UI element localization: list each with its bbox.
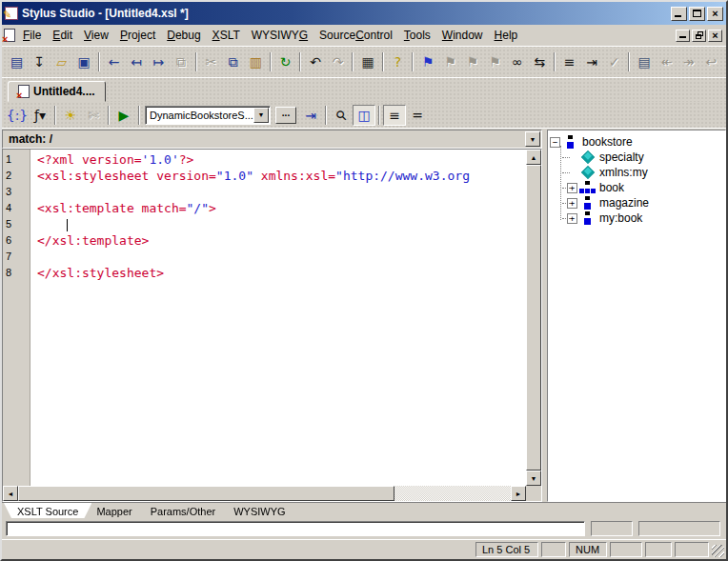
run-button[interactable]: ▶ xyxy=(112,105,135,126)
preview-result-button[interactable]: ⚲ xyxy=(330,105,353,126)
compare-button[interactable]: = xyxy=(406,105,429,126)
format-button[interactable]: ≡ xyxy=(558,51,580,72)
scenario-combobox[interactable]: DynamicBookstoreS...▼ xyxy=(145,106,271,125)
go-back-button[interactable]: ↩ xyxy=(700,51,722,72)
code-editor[interactable]: 1<?xml version='1.0'?>2<xsl:stylesheet v… xyxy=(3,150,526,486)
save-to-url-button[interactable]: ↦ xyxy=(148,51,170,72)
document-icon xyxy=(4,29,15,42)
help-button[interactable]: ? xyxy=(387,51,409,72)
back-button[interactable]: ← xyxy=(103,51,125,72)
tree-node-book[interactable]: +book xyxy=(550,180,723,195)
copy-button[interactable]: ⧉ xyxy=(222,51,244,72)
toolbar-separator xyxy=(628,52,630,71)
tree-node-specialty[interactable]: specialty xyxy=(550,150,723,165)
new-xslt-button[interactable]: ▤ xyxy=(6,51,28,72)
prev-region-button[interactable]: ↞ xyxy=(656,51,677,72)
minimize-button[interactable] xyxy=(671,7,687,21)
clear-bookmarks-button[interactable]: ⚑ xyxy=(484,51,506,72)
replace-button[interactable]: ⇆ xyxy=(529,51,551,72)
close-button[interactable]: × xyxy=(707,7,723,21)
validate-button[interactable]: ✓ xyxy=(603,51,625,72)
validate-icon: ✓ xyxy=(609,55,620,69)
print-button[interactable]: ▦ xyxy=(356,51,378,72)
tree-expander-plus[interactable]: + xyxy=(567,213,577,224)
match-combobox[interactable]: match: / ▼ xyxy=(2,130,542,149)
xpath-query-button[interactable]: {:} xyxy=(6,105,29,126)
tree-node-bookstore[interactable]: −bookstore xyxy=(550,134,723,150)
mapper-view-button[interactable]: ◫ xyxy=(353,105,375,126)
document-tab-untitled4[interactable]: Untitled4.... xyxy=(8,81,106,102)
scenario-browse-button[interactable]: ... xyxy=(275,107,296,124)
paste-button[interactable]: ▥ xyxy=(245,51,267,72)
bookmark-button[interactable]: ⚑ xyxy=(416,51,438,72)
prev-bookmark-button[interactable]: ⚑ xyxy=(461,51,483,72)
tree-expander-plus[interactable]: + xyxy=(567,183,577,193)
menu-debug[interactable]: Debug xyxy=(161,26,206,45)
link-document-button[interactable]: ⧉ xyxy=(170,51,192,72)
redo-button[interactable]: ↷ xyxy=(327,51,349,72)
tab-params-other[interactable]: Params/Other xyxy=(137,503,229,518)
text-view-button[interactable]: ≡ xyxy=(383,105,406,126)
menu-window[interactable]: Window xyxy=(436,26,489,45)
goto-result-button[interactable]: ⇥ xyxy=(299,105,322,126)
indent-button[interactable]: ⇥ xyxy=(580,51,602,72)
undo-button[interactable]: ↶ xyxy=(304,51,326,72)
open-from-url-button[interactable]: ↤ xyxy=(125,51,147,72)
scroll-up-button[interactable]: ▲ xyxy=(526,150,541,165)
function-button[interactable]: ƒ▾ xyxy=(29,105,51,126)
download-document-button[interactable]: ↧ xyxy=(28,51,50,72)
scroll-down-button[interactable]: ▼ xyxy=(526,471,541,486)
open-button[interactable]: ▱ xyxy=(51,51,72,72)
scroll-left-button[interactable]: ◄ xyxy=(3,486,18,501)
menu-sourcecontrol[interactable]: SourceControl xyxy=(313,26,398,45)
toolbar-separator xyxy=(554,52,556,71)
tab-xslt-source[interactable]: XSLT Source xyxy=(4,503,91,518)
menu-xslt[interactable]: XSLT xyxy=(207,26,246,45)
cut-button[interactable]: ✂ xyxy=(200,51,222,72)
tree-expander-minus[interactable]: − xyxy=(550,137,560,148)
scenario-dropdown-button[interactable]: ▼ xyxy=(253,108,269,123)
menu-help[interactable]: Help xyxy=(489,26,524,45)
tab-mapper[interactable]: Mapper xyxy=(83,503,145,518)
tab-wysiwyg[interactable]: WYSIWYG xyxy=(220,503,298,518)
menu-file[interactable]: File xyxy=(17,26,47,45)
horizontal-scroll-thumb[interactable] xyxy=(18,486,394,501)
menu-tools[interactable]: Tools xyxy=(398,26,436,45)
tree-expander-plus[interactable]: + xyxy=(567,198,577,209)
menu-view[interactable]: View xyxy=(78,26,114,45)
mdi-restore-button[interactable] xyxy=(692,30,706,42)
tree-node-magazine[interactable]: +magazine xyxy=(550,195,723,210)
tree-node-mybook[interactable]: +my:book xyxy=(550,210,723,226)
maximize-button[interactable] xyxy=(689,7,705,21)
scenario-value: DynamicBookstoreS... xyxy=(146,110,253,121)
view-tab-bar: XSLT SourceMapperParams/OtherWYSIWYG xyxy=(2,502,726,518)
syntax-coloring-button[interactable]: ☀ xyxy=(59,105,82,126)
menu-edit[interactable]: Edit xyxy=(47,26,78,45)
save-button[interactable]: ▣ xyxy=(72,51,94,72)
mdi-minimize-button[interactable] xyxy=(676,30,690,42)
element-icon xyxy=(563,135,577,149)
match-dropdown-button[interactable]: ▼ xyxy=(525,131,540,147)
mdi-close-button[interactable]: × xyxy=(708,30,722,42)
find-button[interactable]: ∞ xyxy=(506,51,528,72)
next-region-button[interactable]: ↠ xyxy=(677,51,699,72)
scroll-right-button[interactable]: ► xyxy=(511,486,526,501)
copy-icon: ⧉ xyxy=(229,55,238,69)
menu-wysiwyg[interactable]: WYSIWYG xyxy=(246,26,313,45)
window-controls: × xyxy=(671,7,723,21)
vertical-scroll-thumb[interactable] xyxy=(526,165,541,471)
next-bookmark-button[interactable]: ⚑ xyxy=(439,51,461,72)
menu-project[interactable]: Project xyxy=(114,26,161,45)
tree-node-xmlnsmy[interactable]: xmlns:my xyxy=(550,165,723,180)
editor-vertical-scrollbar[interactable]: ▲ ▼ xyxy=(526,150,541,486)
xpath-edit-field[interactable] xyxy=(6,521,585,536)
code-line: 6</xsl:template> xyxy=(3,232,526,249)
strip-tags-button[interactable]: ✄ xyxy=(82,105,105,126)
refresh-button[interactable]: ↻ xyxy=(274,51,296,72)
resize-grip[interactable] xyxy=(712,545,724,557)
menu-label-part: Source xyxy=(319,29,355,42)
status-panel-2 xyxy=(610,542,642,557)
edit-schema-button[interactable]: ▤ xyxy=(633,51,655,72)
editor-horizontal-scrollbar[interactable]: ◄ ► xyxy=(3,486,526,501)
mdi-minimize-icon xyxy=(679,36,686,38)
